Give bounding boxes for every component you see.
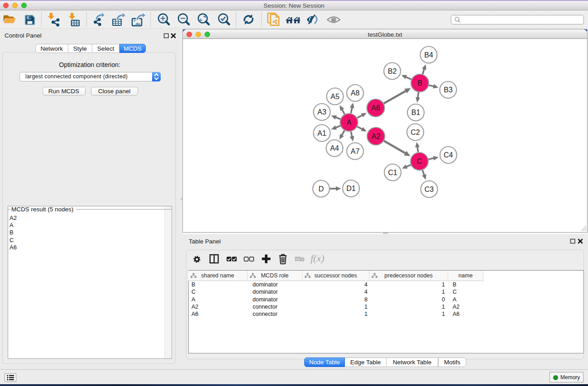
svg-text:A3: A3 [317,108,326,116]
svg-text:A2: A2 [372,133,381,140]
svg-text:C1: C1 [388,169,397,176]
svg-text:B2: B2 [388,67,397,75]
svg-text:C2: C2 [411,129,420,136]
svg-text:A5: A5 [330,93,339,100]
svg-text:A: A [347,119,352,126]
svg-text:B: B [417,79,422,87]
svg-text:B4: B4 [424,51,433,59]
svg-text:A1: A1 [317,129,326,137]
svg-text:A6: A6 [371,104,380,112]
svg-text:A4: A4 [330,144,339,152]
svg-text:C: C [417,157,422,165]
svg-text:A8: A8 [351,89,360,97]
svg-text:D1: D1 [346,185,356,192]
svg-text:C4: C4 [444,151,453,159]
svg-text:B1: B1 [411,109,421,116]
svg-text:D: D [319,185,324,193]
svg-text:B3: B3 [444,86,453,94]
svg-text:C3: C3 [425,186,434,193]
svg-text:A7: A7 [351,148,360,155]
